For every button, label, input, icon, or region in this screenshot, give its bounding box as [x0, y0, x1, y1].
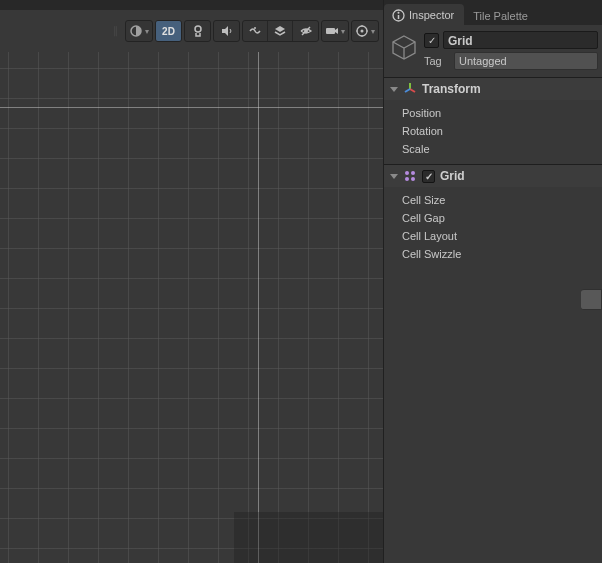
mode-2d-label: 2D	[162, 26, 175, 37]
hidden-icon	[299, 24, 313, 38]
tag-label: Tag	[424, 55, 450, 67]
shading-icon	[129, 24, 143, 38]
scene-grid	[0, 52, 383, 563]
svg-point-13	[398, 12, 400, 14]
component-grid: ✓ Grid Cell Size Cell Gap Cell Layout Ce…	[384, 164, 602, 269]
inspector-header: ✓ Grid Tag Untagged	[384, 25, 602, 77]
chevron-down-icon: ▾	[145, 27, 149, 36]
svg-line-15	[410, 89, 415, 92]
mode-2d-button[interactable]: 2D	[155, 20, 182, 42]
enabled-checkbox[interactable]: ✓	[424, 33, 439, 48]
inspector-panel: Inspector Tile Palette ✓ Grid Tag Untagg…	[383, 0, 602, 563]
grid-enabled-checkbox[interactable]: ✓	[422, 170, 435, 183]
gizmo-dropdown[interactable]: ▾	[351, 20, 379, 42]
transform-icon	[403, 82, 417, 96]
fx-icon	[248, 24, 262, 38]
svg-point-18	[411, 171, 415, 175]
info-icon	[392, 9, 405, 22]
light-icon	[191, 24, 205, 38]
audio-toggle[interactable]	[213, 20, 240, 42]
gizmo-icon	[355, 24, 369, 38]
panel-tabs: Inspector Tile Palette	[384, 0, 602, 25]
chevron-down-icon: ▾	[371, 27, 375, 36]
svg-point-20	[411, 177, 415, 181]
scene-object-shadow	[234, 512, 383, 563]
tab-tile-palette-label: Tile Palette	[473, 10, 528, 22]
prop-rotation[interactable]: Rotation	[402, 122, 602, 140]
component-header-grid[interactable]: ✓ Grid	[384, 165, 602, 187]
tag-value: Untagged	[459, 55, 507, 67]
prop-cell-size[interactable]: Cell Size	[402, 191, 602, 209]
scene-toolbar: ∥ ▾ 2D	[0, 10, 383, 52]
tag-dropdown[interactable]: Untagged	[454, 52, 598, 70]
scene-axis-y	[258, 52, 259, 563]
svg-line-16	[405, 89, 410, 92]
layers-toggle[interactable]	[268, 21, 293, 41]
add-component-button[interactable]	[581, 289, 602, 310]
fx-toggle[interactable]	[243, 21, 268, 41]
scene-view: ⋮ ∥ ▾ 2D	[0, 0, 383, 563]
tab-inspector-label: Inspector	[409, 9, 454, 21]
prop-scale[interactable]: Scale	[402, 140, 602, 158]
component-title: Transform	[422, 82, 481, 96]
audio-icon	[220, 24, 234, 38]
prop-cell-swizzle[interactable]: Cell Swizzle	[402, 245, 602, 263]
name-field[interactable]: Grid	[443, 31, 598, 49]
fx-layers-group	[242, 20, 319, 42]
shading-dropdown[interactable]: ▾	[125, 20, 153, 42]
prop-position[interactable]: Position	[402, 104, 602, 122]
svg-rect-4	[326, 28, 335, 34]
gameobject-icon[interactable]	[390, 33, 418, 64]
component-transform: Transform Position Rotation Scale	[384, 77, 602, 164]
hidden-toggle[interactable]	[293, 21, 318, 41]
scene-canvas[interactable]	[0, 52, 383, 563]
lighting-toggle[interactable]	[184, 20, 211, 42]
prop-cell-gap[interactable]: Cell Gap	[402, 209, 602, 227]
toolbar-drag-handle[interactable]: ∥	[113, 29, 119, 33]
chevron-down-icon: ▾	[341, 27, 345, 36]
tab-inspector[interactable]: Inspector	[384, 4, 464, 25]
foldout-icon	[390, 87, 398, 92]
layers-icon	[273, 24, 287, 38]
component-title: Grid	[440, 169, 465, 183]
foldout-icon	[390, 174, 398, 179]
camera-dropdown[interactable]: ▾	[321, 20, 349, 42]
camera-icon	[325, 24, 339, 38]
grid-component-icon	[403, 169, 417, 183]
svg-point-1	[195, 26, 201, 32]
tab-tile-palette[interactable]: Tile Palette	[465, 6, 538, 25]
svg-line-3	[302, 27, 310, 35]
prop-cell-layout[interactable]: Cell Layout	[402, 227, 602, 245]
scene-axis-x	[0, 107, 383, 108]
svg-point-6	[361, 30, 364, 33]
svg-point-17	[405, 171, 409, 175]
component-header-transform[interactable]: Transform	[384, 78, 602, 100]
svg-point-19	[405, 177, 409, 181]
